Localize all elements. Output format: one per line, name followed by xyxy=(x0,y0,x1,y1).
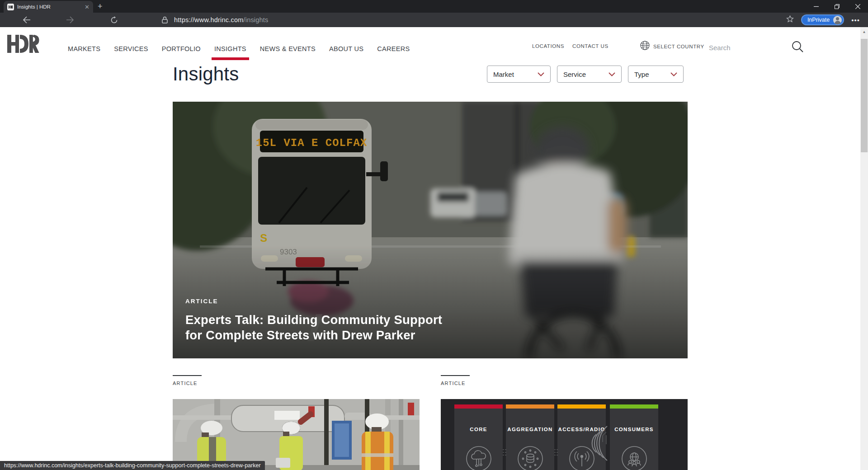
core-panel: CORE xyxy=(454,409,503,470)
nav-item-insights[interactable]: INSIGHTS xyxy=(214,45,246,52)
nav-item-markets[interactable]: MARKETS xyxy=(68,45,100,52)
more-menu-icon[interactable]: ••• xyxy=(851,16,860,24)
window-controls xyxy=(806,0,868,13)
url-text[interactable]: https://www.hdrinc.com/insights xyxy=(174,16,268,24)
link-status-bar: https://www.hdrinc.com/insights/experts-… xyxy=(0,461,265,470)
industrial-photo-scene xyxy=(173,399,420,470)
tab-title: Insights | HDR xyxy=(17,4,82,9)
forward-icon[interactable] xyxy=(64,14,77,26)
consumers-color-bar xyxy=(610,404,658,409)
url-host: https://www.hdrinc.com xyxy=(174,16,243,24)
chevron-down-icon xyxy=(670,70,677,78)
access-radio-label: ACCESS/RADIO xyxy=(557,427,606,432)
favorite-star-icon[interactable] xyxy=(786,15,794,25)
article-card-industrial[interactable]: ARTICLE xyxy=(173,375,420,386)
hdr-insights-page: MARKETS SERVICES PORTFOLIO INSIGHTS NEWS… xyxy=(0,27,860,470)
hdr-favicon xyxy=(7,4,14,10)
consumers-panel: CONSUMERS xyxy=(610,409,658,470)
type-filter-label: Type xyxy=(634,70,649,78)
nav-item-news-events[interactable]: NEWS & EVENTS xyxy=(260,45,316,52)
nav-item-contact-us[interactable]: CONTACT US xyxy=(572,43,609,49)
nav-item-portfolio[interactable]: PORTFOLIO xyxy=(162,45,201,52)
close-button[interactable] xyxy=(847,0,868,13)
aggregation-label: AGGREGATION xyxy=(506,427,554,432)
infographic-column-core: CORE xyxy=(454,404,503,470)
hero-kicker: ARTICLE xyxy=(185,298,218,305)
reload-icon[interactable] xyxy=(108,14,120,26)
profile-avatar xyxy=(833,16,842,24)
service-filter-label: Service xyxy=(563,70,586,78)
nav-item-about-us[interactable]: ABOUT US xyxy=(329,45,363,52)
browser-tab[interactable]: Insights | HDR ✕ xyxy=(4,1,93,13)
infographic-column-access-radio: ACCESS/RADIO xyxy=(557,404,606,470)
search-icon[interactable] xyxy=(791,40,804,55)
hdr-logo[interactable] xyxy=(7,33,40,57)
infographic-column-consumers: CONSUMERS xyxy=(610,404,658,470)
access-radio-panel: ACCESS/RADIO xyxy=(557,409,606,470)
nav-item-locations[interactable]: LOCATIONS xyxy=(532,43,564,49)
chevron-down-icon xyxy=(609,70,615,78)
new-tab-button[interactable]: + xyxy=(98,2,103,11)
primary-nav: MARKETS SERVICES PORTFOLIO INSIGHTS NEWS… xyxy=(68,45,410,52)
hero-article-card[interactable]: 15L VIA E COLFAX S 9303 xyxy=(173,102,688,358)
inprivate-label: InPrivate xyxy=(807,17,830,23)
antenna-icon xyxy=(569,446,595,470)
article-card-network[interactable]: ARTICLE CORE AGGREGATION xyxy=(441,375,688,386)
site-search xyxy=(709,41,813,54)
tab-strip: Insights | HDR ✕ + xyxy=(0,0,868,13)
page-scrollbar[interactable]: ▲ xyxy=(860,27,868,470)
page-title: Insights xyxy=(173,63,239,85)
nav-item-services[interactable]: SERVICES xyxy=(114,45,148,52)
scroll-up-icon[interactable]: ▲ xyxy=(860,30,868,34)
address-bar[interactable]: https://www.hdrinc.com/insights xyxy=(162,14,786,26)
globe-icon xyxy=(640,41,650,52)
core-color-bar xyxy=(454,404,503,409)
minimize-button[interactable] xyxy=(806,0,826,13)
consumers-icon xyxy=(621,446,647,470)
select-country-control[interactable]: SELECT COUNTRY xyxy=(640,41,704,52)
worker-right xyxy=(362,414,393,470)
chevron-down-icon xyxy=(538,70,544,78)
card-kicker: ARTICLE xyxy=(441,381,688,386)
nav-item-careers[interactable]: CAREERS xyxy=(377,45,410,52)
core-label: CORE xyxy=(454,427,503,432)
back-icon[interactable] xyxy=(20,14,33,26)
select-country-label: SELECT COUNTRY xyxy=(653,44,704,49)
network-infographic[interactable]: CORE AGGREGATION xyxy=(441,399,688,470)
access-radio-color-bar xyxy=(557,404,606,409)
consumers-label: CONSUMERS xyxy=(610,427,658,432)
market-filter-dropdown[interactable]: Market xyxy=(487,66,551,83)
service-filter-dropdown[interactable]: Service xyxy=(557,66,622,83)
inprivate-badge[interactable]: InPrivate xyxy=(801,14,844,25)
browser-window: Insights | HDR ✕ + https://www.hdrinc.co… xyxy=(0,0,868,470)
search-input[interactable] xyxy=(709,44,790,52)
hero-article-title[interactable]: Experts Talk: Building Community Support… xyxy=(185,312,448,343)
industrial-plant-workers-photo[interactable] xyxy=(173,399,420,470)
database-icon xyxy=(517,446,543,470)
lock-icon[interactable] xyxy=(162,16,168,24)
aggregation-color-bar xyxy=(506,404,554,409)
status-link-url: https://www.hdrinc.com/insights/experts-… xyxy=(4,462,261,469)
cloud-icon xyxy=(466,446,492,470)
card-rule xyxy=(441,375,470,376)
restore-button[interactable] xyxy=(826,0,847,13)
infographic-column-aggregation: AGGREGATION xyxy=(506,404,554,470)
aggregation-panel: AGGREGATION xyxy=(506,409,554,470)
utility-nav: LOCATIONS CONTACT US xyxy=(532,43,609,49)
card-kicker: ARTICLE xyxy=(173,381,420,386)
url-path: /insights xyxy=(243,16,268,24)
type-filter-dropdown[interactable]: Type xyxy=(628,66,684,83)
card-rule xyxy=(173,375,202,376)
tab-close-icon[interactable]: ✕ xyxy=(85,4,90,10)
insight-filters: Market Service Type xyxy=(487,66,684,83)
browser-toolbar: https://www.hdrinc.com/insights InPrivat… xyxy=(0,13,868,27)
market-filter-label: Market xyxy=(493,70,514,78)
scrollbar-thumb[interactable] xyxy=(861,39,868,152)
